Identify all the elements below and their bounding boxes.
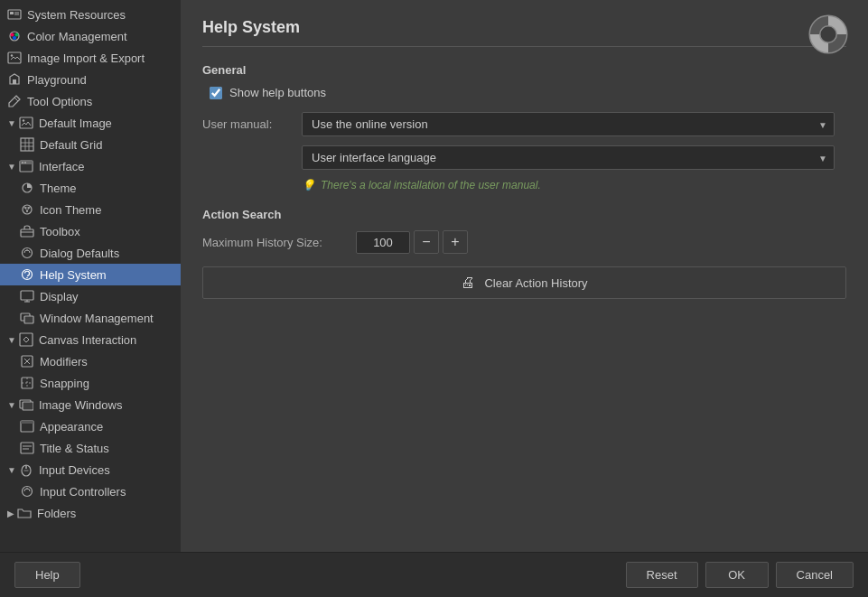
sidebar-item-playground[interactable]: Playground (0, 69, 181, 90)
appearance-icon (20, 419, 34, 434)
svg-point-53 (23, 487, 33, 497)
sidebar-item-default-image[interactable]: ▼ Default Image (0, 112, 181, 134)
max-history-row: Maximum History Size: − + (202, 230, 846, 254)
sidebar-item-label: Color Management (27, 30, 127, 43)
folders-icon (17, 506, 32, 520)
help-button[interactable]: Help (14, 562, 80, 588)
expand-arrow-interface: ▼ (7, 162, 16, 172)
printer-icon: 🖨 (461, 275, 475, 291)
sidebar-item-tool-options[interactable]: Tool Options (0, 90, 181, 112)
svg-point-31 (26, 249, 28, 251)
sidebar-item-label: Toolbox (40, 225, 80, 238)
sidebar-item-image-import-export[interactable]: Image Import & Export (0, 47, 181, 69)
input-devices-icon (19, 462, 33, 477)
input-controllers-icon (20, 484, 34, 499)
svg-point-21 (22, 162, 23, 163)
language-dropdown[interactable]: User interface language English (302, 145, 835, 170)
sidebar-item-label: Tool Options (27, 95, 92, 108)
sidebar-item-display[interactable]: Display (0, 285, 181, 307)
image-import-export-icon (7, 51, 22, 65)
sidebar-item-appearance[interactable]: Appearance (0, 415, 181, 437)
general-section-label: General (202, 63, 846, 77)
svg-point-56 (819, 25, 837, 43)
help-system-nav-icon (20, 267, 34, 282)
snapping-icon (20, 376, 34, 390)
footer-left: Help (14, 562, 80, 588)
clear-action-history-label: Clear Action History (484, 276, 587, 290)
svg-rect-10 (13, 79, 16, 84)
decrement-button[interactable]: − (414, 230, 439, 254)
svg-point-24 (23, 205, 32, 214)
sidebar-item-label: Theme (40, 182, 76, 195)
svg-rect-47 (21, 443, 33, 453)
modifiers-icon (20, 354, 34, 368)
show-help-buttons-label: Show help buttons (229, 86, 326, 99)
info-text: There's a local installation of the user… (321, 179, 541, 191)
svg-point-22 (24, 162, 26, 163)
color-management-icon (7, 29, 22, 43)
sidebar-item-canvas-interaction[interactable]: ▼ Canvas Interaction (0, 329, 181, 350)
cancel-button[interactable]: Cancel (776, 562, 854, 588)
sidebar-item-system-resources[interactable]: System Resources (0, 4, 181, 25)
ok-button[interactable]: OK (705, 562, 769, 588)
sidebar-item-label: Window Management (40, 312, 154, 325)
svg-point-13 (23, 119, 24, 121)
clear-action-history-button[interactable]: 🖨 Clear Action History (202, 266, 846, 299)
content-area: Help System General Show help buttons Us… (181, 0, 868, 552)
sidebar: System Resources Color Management Image … (0, 0, 181, 552)
svg-point-5 (11, 33, 14, 37)
display-icon (20, 289, 34, 303)
increment-button[interactable]: + (443, 230, 468, 254)
language-dropdown-wrapper: User interface language English ▼ (302, 145, 835, 170)
svg-rect-12 (20, 117, 33, 128)
max-history-input[interactable] (356, 231, 410, 254)
sidebar-item-label: Snapping (40, 377, 89, 390)
sidebar-item-folders[interactable]: ▶ Folders (0, 502, 181, 524)
title-status-icon (20, 441, 34, 455)
sidebar-item-label: Icon Theme (40, 203, 101, 217)
show-help-buttons-row: Show help buttons (202, 86, 846, 99)
sidebar-item-label: Input Devices (39, 463, 110, 477)
sidebar-item-interface[interactable]: ▼ Interface (0, 155, 181, 177)
sidebar-item-icon-theme[interactable]: Icon Theme (0, 199, 181, 220)
user-manual-dropdown[interactable]: Use the online version Use local version (302, 112, 835, 136)
sidebar-item-snapping[interactable]: Snapping (0, 372, 181, 394)
help-logo (807, 13, 850, 56)
sidebar-item-label: Folders (37, 507, 76, 520)
sidebar-item-label: System Resources (27, 8, 126, 22)
playground-icon (7, 72, 22, 87)
sidebar-item-toolbox[interactable]: Toolbox (0, 220, 181, 242)
sidebar-item-label: Interface (39, 160, 85, 173)
sidebar-item-input-devices[interactable]: ▼ Input Devices (0, 459, 181, 480)
sidebar-item-image-windows[interactable]: ▼ Image Windows (0, 394, 181, 415)
sidebar-item-dialog-defaults[interactable]: Dialog Defaults (0, 242, 181, 264)
svg-rect-38 (20, 333, 33, 346)
svg-rect-46 (21, 421, 33, 424)
sidebar-item-label: Modifiers (40, 355, 88, 368)
svg-rect-44 (23, 402, 33, 410)
action-search-section-label: Action Search (202, 208, 846, 221)
sidebar-item-input-controllers[interactable]: Input Controllers (0, 480, 181, 502)
window-management-icon (20, 311, 34, 325)
svg-rect-34 (21, 291, 33, 300)
svg-rect-1 (10, 12, 14, 14)
sidebar-item-theme[interactable]: Theme (0, 177, 181, 199)
expand-arrow-input-devices: ▼ (7, 465, 16, 475)
sidebar-item-label: Image Import & Export (27, 51, 145, 65)
sidebar-item-default-grid[interactable]: Default Grid (0, 134, 181, 155)
sidebar-item-window-management[interactable]: Window Management (0, 307, 181, 329)
sidebar-item-label: Title & Status (40, 442, 109, 455)
tool-options-icon (7, 94, 22, 108)
footer-right: Reset OK Cancel (626, 562, 854, 588)
sidebar-item-modifiers[interactable]: Modifiers (0, 350, 181, 372)
sidebar-item-help-system[interactable]: Help System (0, 264, 181, 285)
sidebar-item-title-status[interactable]: Title & Status (0, 437, 181, 459)
expand-arrow-folders: ▶ (7, 508, 14, 518)
sidebar-item-label: Help System (40, 268, 107, 282)
reset-button[interactable]: Reset (626, 562, 698, 588)
sidebar-item-color-management[interactable]: Color Management (0, 25, 181, 47)
sidebar-item-label: Playground (27, 73, 87, 87)
interface-icon (19, 159, 33, 173)
sidebar-item-label: Display (40, 290, 79, 303)
show-help-buttons-checkbox[interactable] (210, 87, 222, 99)
